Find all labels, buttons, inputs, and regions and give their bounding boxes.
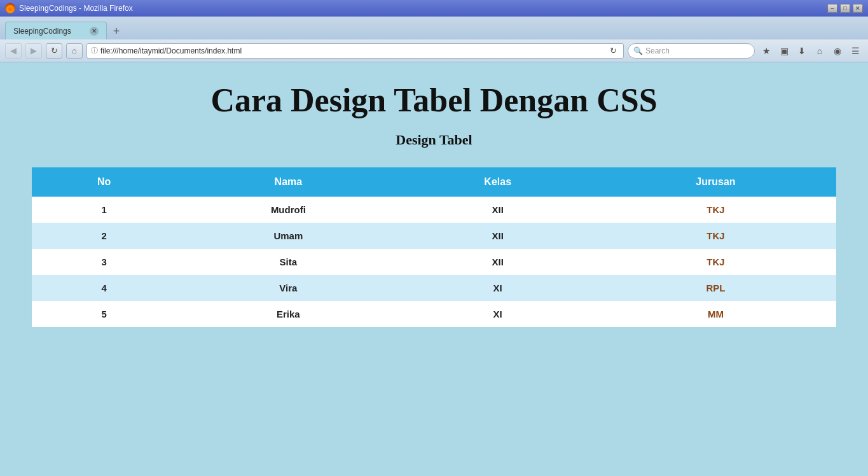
col-header-no: No xyxy=(32,167,176,197)
nav-bar: ◀ ▶ ↻ ⌂ ⓘ file:///home/itaymid/Documents… xyxy=(0,39,868,62)
cell-kelas: XI xyxy=(400,301,595,327)
cell-jurusan: MM xyxy=(595,301,836,327)
home-nav-icon[interactable]: ⌂ xyxy=(812,43,827,59)
page-title: Cara Design Tabel Dengan CSS xyxy=(32,81,836,119)
url-text: file:///home/itaymid/Documents/index.htm… xyxy=(100,46,604,55)
cell-no: 5 xyxy=(32,301,176,327)
cell-kelas: XI xyxy=(400,275,595,301)
cell-jurusan: TKJ xyxy=(595,249,836,275)
col-header-jurusan: Jurusan xyxy=(595,167,836,197)
cell-nama: Sita xyxy=(176,249,400,275)
shield-icon[interactable]: ◉ xyxy=(830,43,845,59)
table-row: 3SitaXIITKJ xyxy=(32,249,836,275)
cell-nama: Erika xyxy=(176,301,400,327)
download-icon[interactable]: ⬇ xyxy=(794,43,809,59)
tab-bar: SleepingCodings ✕ + xyxy=(0,17,868,39)
table-body: 1MudrofiXIITKJ2UmamXIITKJ3SitaXIITKJ4Vir… xyxy=(32,197,836,327)
page-subtitle: Design Tabel xyxy=(32,132,836,148)
maximize-button[interactable]: □ xyxy=(840,4,850,13)
new-tab-button[interactable]: + xyxy=(108,23,125,39)
minimize-button[interactable]: – xyxy=(827,4,837,13)
browser-window: SleepingCodings - Mozilla Firefox – □ ✕ … xyxy=(0,0,868,476)
data-table: No Nama Kelas Jurusan 1MudrofiXIITKJ2Uma… xyxy=(32,167,836,327)
cell-no: 2 xyxy=(32,223,176,249)
cell-jurusan: TKJ xyxy=(595,223,836,249)
nav-icons: ★ ▣ ⬇ ⌂ ◉ ☰ xyxy=(759,43,863,59)
search-bar[interactable]: 🔍 Search xyxy=(628,43,755,59)
lock-icon: ⓘ xyxy=(91,46,98,55)
close-button[interactable]: ✕ xyxy=(853,4,863,13)
title-bar-controls: – □ ✕ xyxy=(827,4,863,13)
cell-kelas: XII xyxy=(400,249,595,275)
active-tab[interactable]: SleepingCodings ✕ xyxy=(5,22,107,39)
cell-no: 1 xyxy=(32,197,176,223)
cell-no: 4 xyxy=(32,275,176,301)
firefox-logo-icon xyxy=(5,3,15,13)
table-row: 4ViraXIRPL xyxy=(32,275,836,301)
cell-jurusan: RPL xyxy=(595,275,836,301)
cell-jurusan: TKJ xyxy=(595,197,836,223)
url-refresh-icon[interactable]: ↻ xyxy=(607,45,619,57)
reading-view-icon[interactable]: ▣ xyxy=(776,43,792,59)
search-icon: 🔍 xyxy=(633,46,643,55)
title-bar: SleepingCodings - Mozilla Firefox – □ ✕ xyxy=(0,0,868,17)
tab-label: SleepingCodings xyxy=(13,27,71,36)
search-placeholder: Search xyxy=(645,46,670,55)
table-header: No Nama Kelas Jurusan xyxy=(32,167,836,197)
browser-title: SleepingCodings - Mozilla Firefox xyxy=(19,4,133,13)
back-button[interactable]: ◀ xyxy=(5,43,22,59)
menu-icon[interactable]: ☰ xyxy=(848,43,863,59)
cell-no: 3 xyxy=(32,249,176,275)
tab-close-button[interactable]: ✕ xyxy=(90,27,99,36)
reload-button[interactable]: ↻ xyxy=(46,43,62,59)
cell-kelas: XII xyxy=(400,223,595,249)
bookmark-star-icon[interactable]: ★ xyxy=(759,43,774,59)
table-row: 5ErikaXIMM xyxy=(32,301,836,327)
table-row: 1MudrofiXIITKJ xyxy=(32,197,836,223)
cell-nama: Mudrofi xyxy=(176,197,400,223)
col-header-nama: Nama xyxy=(176,167,400,197)
cell-nama: Vira xyxy=(176,275,400,301)
table-header-row: No Nama Kelas Jurusan xyxy=(32,167,836,197)
title-bar-left: SleepingCodings - Mozilla Firefox xyxy=(5,3,133,13)
table-row: 2UmamXIITKJ xyxy=(32,223,836,249)
url-bar[interactable]: ⓘ file:///home/itaymid/Documents/index.h… xyxy=(86,43,624,59)
forward-button[interactable]: ▶ xyxy=(25,43,42,59)
cell-kelas: XII xyxy=(400,197,595,223)
page-content: Cara Design Tabel Dengan CSS Design Tabe… xyxy=(0,62,868,476)
home-button[interactable]: ⌂ xyxy=(66,43,83,59)
cell-nama: Umam xyxy=(176,223,400,249)
col-header-kelas: Kelas xyxy=(400,167,595,197)
